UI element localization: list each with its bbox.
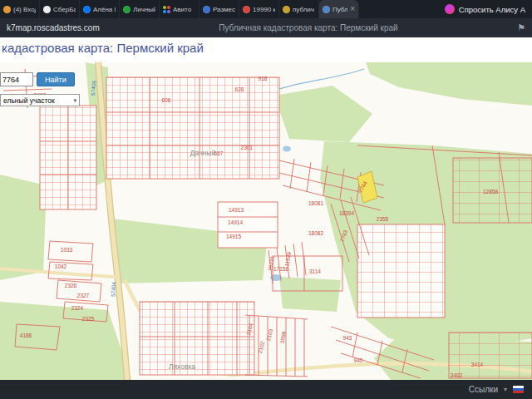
browser-tab[interactable]: Авито: [160, 0, 200, 18]
browser-tab[interactable]: СберБанк: [40, 0, 80, 18]
browser-tab-bar: (4) ВходСберБанкАлёна ПЛичныйАвитоРазмес…: [0, 0, 532, 18]
page-content: кадастровая карта: Пермский край: [0, 37, 532, 380]
tab-label: публич: [293, 6, 315, 13]
tab-label: СберБанк: [53, 6, 76, 13]
browser-bottom-bar: Ссылки ▾: [0, 380, 532, 399]
tab-favicon: [283, 6, 290, 13]
map-search-bar: Найти: [0, 72, 75, 86]
tab-strip: (4) ВходСберБанкАлёна ПЛичныйАвитоРазмес…: [0, 0, 359, 18]
tab-label: Личный: [133, 6, 155, 13]
chevron-down-icon[interactable]: ▾: [504, 386, 507, 393]
tab-label: Авито: [173, 6, 195, 13]
browser-tab[interactable]: публич: [279, 0, 319, 18]
tab-label: Публ: [332, 6, 347, 13]
tab-favicon: [123, 6, 131, 13]
cadastral-search-input[interactable]: [0, 72, 33, 86]
tab-label: Алёна П: [93, 6, 116, 13]
parcel-type-label: ельный участок: [3, 96, 55, 105]
ask-alice-label: Спросить Алису А: [459, 5, 525, 14]
browser-tab[interactable]: Личный: [120, 0, 160, 18]
tab-label: Размест: [213, 6, 235, 13]
tab-favicon: [43, 6, 51, 13]
tab-favicon: [203, 6, 210, 13]
parcel-type-select[interactable]: ельный участок ▾: [0, 94, 80, 106]
tab-favicon: [3, 6, 11, 13]
tab-close-icon[interactable]: ×: [350, 5, 355, 13]
cadastral-map[interactable]: 5957918628606230166714913149141491518081…: [0, 62, 532, 380]
address-bar: k7map.roscadastres.com Публичная кадастр…: [0, 18, 532, 37]
browser-tab[interactable]: (4) Вход: [0, 0, 40, 18]
map-canvas: [0, 62, 532, 380]
tab-favicon: [323, 6, 330, 13]
tab-label: (4) Вход: [13, 6, 36, 13]
search-button[interactable]: Найти: [37, 72, 75, 86]
chevron-down-icon: ▾: [73, 97, 76, 104]
browser-tab[interactable]: 19990 к: [239, 0, 279, 18]
alice-icon: [445, 4, 455, 14]
pond: [283, 146, 291, 152]
russian-flag-icon[interactable]: [513, 386, 524, 393]
page-title: кадастровая карта: Пермский край: [0, 37, 532, 62]
browser-tab[interactable]: Публ×: [319, 0, 359, 18]
browser-tab[interactable]: Размест: [200, 0, 239, 18]
tab-favicon: [83, 6, 91, 13]
address-bar-page-title: Публичная кадастровая карта: Пермский кр…: [106, 23, 510, 32]
browser-tab[interactable]: Алёна П: [80, 0, 120, 18]
url-text[interactable]: k7map.roscadastres.com: [7, 23, 100, 32]
bookmark-icon[interactable]: ⚑: [517, 22, 525, 33]
tab-favicon: [163, 6, 170, 13]
tab-favicon: [243, 6, 250, 13]
links-panel-toggle[interactable]: Ссылки: [469, 385, 498, 394]
tab-label: 19990 к: [253, 6, 275, 13]
ask-alice-button[interactable]: Спросить Алису А: [445, 0, 532, 18]
